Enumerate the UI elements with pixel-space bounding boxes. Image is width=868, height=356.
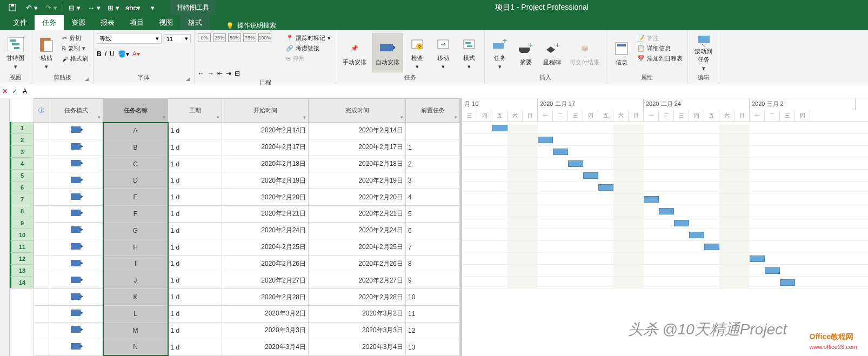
gantt-bar[interactable] [568,160,583,167]
insert-deliverable-button[interactable]: 📦可交付结果 [566,33,603,72]
percent-75%[interactable]: 75% [243,33,256,42]
gantt-bar[interactable] [583,172,598,179]
mark-on-track-button[interactable]: 📍跟踪时标记 ▾ [284,33,332,43]
table-row[interactable]: E1 d 2020年2月20日2020年2月20日4 [34,189,460,206]
tab-view[interactable]: 视图 [151,15,181,30]
table-row[interactable]: I1 d 2020年2月26日2020年2月26日8 [34,256,460,272]
add-timeline-button[interactable]: 📅添加到日程表 [636,54,684,63]
link-tasks-icon[interactable]: ⊟ ▾ [65,1,84,14]
insert-milestone-button[interactable]: +里程碑 [540,33,564,72]
redo-icon[interactable]: ↷ ▾ [42,1,61,14]
gantt-bar[interactable] [538,137,553,143]
scroll-to-task-button[interactable]: 滚动到 任务▾ [691,33,716,72]
auto-schedule-button[interactable]: 自动安排 [372,33,403,72]
table-row[interactable]: M1 d 2020年3月3日2020年3月3日12 [34,322,460,339]
font-name-select[interactable]: 等线▾ [97,33,162,44]
gantt-bar[interactable] [750,256,765,262]
col-start[interactable]: 开始时间▾ [222,99,309,123]
inspect-button[interactable]: ? 检查▾ [405,33,429,72]
row-header[interactable]: 5 [10,170,34,182]
row-header[interactable]: 2 [10,134,34,146]
cut-button[interactable]: ✂剪切 [61,33,90,43]
row-header[interactable]: 11 [10,241,34,253]
details-button[interactable]: 📋详细信息 [636,44,684,53]
row-header[interactable]: 1 [10,122,34,134]
percent-100%[interactable]: 100% [258,33,271,42]
tab-report[interactable]: 报表 [93,15,122,30]
copy-button[interactable]: ⎘复制 ▾ [61,44,90,53]
entry-cancel-button[interactable]: ✕ [2,88,8,95]
row-header[interactable]: 8 [10,205,34,217]
gantt-bar[interactable] [553,149,568,155]
row-header[interactable]: 14 [10,277,34,288]
strikethrough-icon[interactable]: abc ▾ [124,1,142,14]
table-row[interactable]: K1 d 2020年2月28日2020年2月28日10 [34,289,460,306]
row-header[interactable]: 4 [10,158,34,170]
gantt-bar[interactable] [704,244,719,250]
row-header[interactable]: 9 [10,217,34,229]
bold-button[interactable]: B [97,50,102,58]
move-left-button[interactable]: ⇤ [217,70,223,77]
gantt-chart-button[interactable]: 甘特图▾ [3,33,28,72]
table-row[interactable]: F1 d 2020年2月21日2020年2月21日5 [34,206,460,223]
mode-button[interactable]: 模式▾ [457,33,481,72]
col-info[interactable]: ⓘ [34,99,49,123]
tab-project[interactable]: 项目 [122,15,151,30]
fill-color-button[interactable]: 🪣▾ [118,50,129,58]
row-header[interactable]: 6 [10,182,34,193]
table-row[interactable]: N1 d 2020年3月4日2020年3月4日13 [34,339,460,355]
italic-button[interactable]: I [105,50,106,58]
table-row[interactable]: J1 d 2020年2月27日2020年2月27日9 [34,272,460,289]
row-header[interactable]: 7 [10,193,34,205]
entry-input[interactable] [22,86,866,96]
row-header[interactable]: 10 [10,229,34,241]
gantt-bar[interactable] [644,196,659,203]
dialog-launcher-icon[interactable]: ◢ [186,76,190,82]
move-button[interactable]: 移动▾ [431,33,455,72]
information-button[interactable]: 信息 [610,33,633,72]
row-header[interactable]: 12 [10,253,34,265]
table-row[interactable]: B1 d 2020年2月17日2020年2月17日1 [34,139,460,156]
col-duration[interactable]: 工期▾ [168,99,222,123]
col-name[interactable]: 任务名称▾ [103,99,168,123]
row-header[interactable]: 13 [10,265,34,277]
indent-button[interactable]: → [208,70,214,77]
insert-task-button[interactable]: +任务▾ [488,33,512,72]
entry-confirm-button[interactable]: ✓ [12,88,17,95]
save-icon[interactable] [3,1,22,14]
col-mode[interactable]: 任务模式▾ [49,99,103,123]
gantt-bar[interactable] [765,267,780,274]
percent-25%[interactable]: 25% [213,33,226,42]
table-row[interactable]: C1 d 2020年2月18日2020年2月18日2 [34,156,460,172]
gantt-bar[interactable] [780,279,795,286]
font-color-button[interactable]: A▾ [132,50,140,58]
paste-button[interactable]: 粘贴▾ [35,33,58,72]
tell-me-search[interactable]: 💡 操作说明搜索 [226,21,276,30]
table-row[interactable]: H1 d 2020年2月25日2020年2月25日7 [34,239,460,256]
gantt-chart-area[interactable]: 月 102020 二月 172020 二月 242020 三月 2 三四五六日一… [462,98,868,356]
indent-icon[interactable]: ⊞ ▾ [104,1,123,14]
move-right-button[interactable]: ⇥ [226,70,231,77]
percent-0%[interactable]: 0% [198,33,211,42]
respect-links-button[interactable]: 🔗考虑链接 [284,44,332,53]
table-row[interactable]: L1 d 2020年3月2日2020年3月2日11 [34,305,460,322]
view-side-tab[interactable]: 日程表的甘特图 [0,98,10,356]
outdent-icon[interactable]: ↔ ▾ [85,1,103,14]
outdent-button[interactable]: ← [198,70,204,77]
qat-customize-icon[interactable]: ▾ [143,1,162,14]
col-finish[interactable]: 完成时间▾ [309,99,406,123]
format-painter-button[interactable]: 🖌格式刷 [61,54,90,63]
tab-format[interactable]: 格式 [181,15,210,30]
gantt-bar[interactable] [659,208,674,214]
insert-summary-button[interactable]: +摘要 [514,33,538,72]
split-task-button[interactable]: ⊟ [235,70,240,77]
gantt-bar[interactable] [674,220,689,226]
gantt-bar[interactable] [689,232,704,238]
tab-task[interactable]: 任务 [35,15,64,30]
tab-file[interactable]: 文件 [5,15,35,30]
row-header[interactable]: 3 [10,146,34,158]
col-predecessors[interactable]: 前置任务▾ [406,99,460,123]
dialog-launcher-icon[interactable]: ◢ [85,76,89,82]
underline-button[interactable]: U [110,50,115,58]
tab-resource[interactable]: 资源 [64,15,93,30]
